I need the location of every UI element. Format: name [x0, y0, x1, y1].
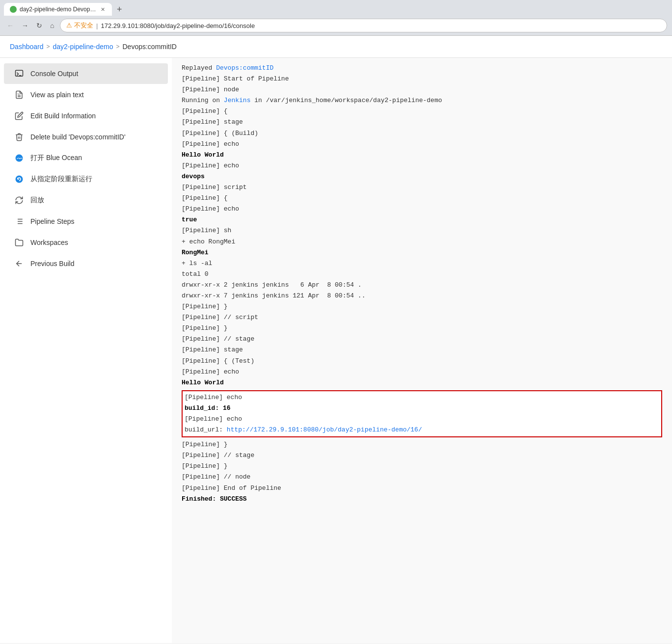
home-button[interactable]: ⌂ [48, 21, 56, 30]
edit-icon [14, 110, 25, 121]
previous-build-label: Previous Build [30, 260, 75, 268]
console-line: [Pipeline] { [182, 193, 662, 204]
console-line: [Pipeline] // stage [182, 334, 662, 345]
console-line: total 0 [182, 269, 662, 280]
delete-build-label: Delete build 'Devops:commitID' [30, 133, 126, 141]
console-line: build_url: http://172.29.9.101:8080/job/… [185, 425, 659, 435]
console-line: build_id: 16 [185, 403, 659, 414]
address-bar: ← → ↻ ⌂ ⚠ 不安全 | 172.29.9.101:8080/job/da… [0, 16, 672, 35]
blue-ocean-icon [14, 153, 25, 163]
replay-label: 回放 [30, 196, 44, 205]
pipeline-steps-label: Pipeline Steps [30, 217, 75, 225]
page-container: Dashboard > day2-pipeline-demo > Devops:… [0, 36, 672, 643]
active-tab[interactable]: day2-pipeline-demo Devops:c... ✕ [4, 3, 112, 16]
console-line: [Pipeline] } [182, 461, 662, 472]
replay-icon [14, 195, 25, 206]
tab-bar: day2-pipeline-demo Devops:c... ✕ + [0, 0, 672, 16]
console-line: [Pipeline] echo [185, 414, 659, 425]
console-line: [Pipeline] } [182, 301, 662, 312]
console-line: drwxr-xr-x 7 jenkins jenkins 121 Apr 8 0… [182, 291, 662, 301]
console-line: [Pipeline] // node [182, 472, 662, 483]
sidebar: Console Output View as plain text [0, 58, 172, 643]
sidebar-item-view-plain-text[interactable]: View as plain text [4, 84, 168, 105]
console-line: [Pipeline] sh [182, 225, 662, 236]
console-line: [Pipeline] echo [182, 139, 662, 150]
security-warning: ⚠ 不安全 [66, 21, 93, 30]
folder-icon [14, 237, 25, 248]
url-separator: | [96, 22, 98, 29]
browser-chrome: day2-pipeline-demo Devops:c... ✕ + ← → ↻… [0, 0, 672, 36]
breadcrumb-sep-2: > [116, 43, 119, 50]
tab-close-button[interactable]: ✕ [100, 6, 106, 13]
sidebar-item-previous-build[interactable]: Previous Build [4, 253, 168, 274]
console-line: [Pipeline] } [182, 439, 662, 450]
list-icon [14, 216, 25, 227]
blue-ocean-label: 打开 Blue Ocean [30, 154, 82, 162]
new-tab-button[interactable]: + [114, 4, 125, 15]
breadcrumb-sep-1: > [47, 43, 50, 50]
console-line: + ls -al [182, 258, 662, 269]
file-text-icon [14, 89, 25, 100]
url-text: 172.29.9.101:8080/job/day2-pipeline-demo… [101, 22, 255, 29]
console-line: devops [182, 171, 662, 182]
console-output-label: Console Output [30, 70, 78, 78]
console-line: [Pipeline] node [182, 84, 662, 95]
url-bar[interactable]: ⚠ 不安全 | 172.29.9.101:8080/job/day2-pipel… [60, 19, 667, 32]
sidebar-item-workspaces[interactable]: Workspaces [4, 232, 168, 253]
console-line: [Pipeline] // stage [182, 450, 662, 461]
restart-stage-label: 从指定阶段重新运行 [30, 175, 92, 184]
main-layout: Console Output View as plain text [0, 58, 672, 643]
forward-button[interactable]: → [20, 21, 30, 30]
reload-button[interactable]: ↻ [34, 21, 44, 30]
sidebar-item-replay[interactable]: 回放 [4, 190, 168, 211]
workspaces-label: Workspaces [30, 239, 68, 246]
view-plain-text-label: View as plain text [30, 91, 84, 99]
console-line: Running on Jenkins in /var/jenkins_home/… [182, 95, 662, 106]
sidebar-item-pipeline-steps[interactable]: Pipeline Steps [4, 211, 168, 232]
console-line: [Pipeline] stage [182, 345, 662, 355]
console-line: [Pipeline] echo [185, 392, 659, 403]
sidebar-item-blue-ocean[interactable]: 打开 Blue Ocean [4, 148, 168, 168]
back-button[interactable]: ← [5, 21, 16, 30]
console-line: + echo RongMei [182, 237, 662, 247]
console-line: Replayed Devops:commitID [182, 63, 662, 74]
sidebar-item-edit-build-info[interactable]: Edit Build Information [4, 106, 168, 126]
console-line: [Pipeline] { (Build) [182, 128, 662, 139]
sidebar-item-delete-build[interactable]: Delete build 'Devops:commitID' [4, 127, 168, 147]
console-line: [Pipeline] Start of Pipeline [182, 74, 662, 84]
tab-title: day2-pipeline-demo Devops:c... [20, 6, 97, 13]
jenkins-link[interactable]: Jenkins [224, 97, 251, 104]
console-line: true [182, 215, 662, 225]
console-line: [Pipeline] { [182, 106, 662, 117]
console-line: [Pipeline] echo [182, 204, 662, 215]
highlighted-console-block: [Pipeline] echo build_id: 16 [Pipeline] … [182, 390, 662, 437]
sidebar-item-console-output[interactable]: Console Output [4, 63, 168, 84]
breadcrumb-current: Devops:commitID [123, 43, 177, 51]
sidebar-item-restart-stage[interactable]: 从指定阶段重新运行 [4, 169, 168, 189]
console-line: RongMei [182, 247, 662, 258]
restart-icon [14, 174, 25, 185]
console-line: [Pipeline] End of Pipeline [182, 483, 662, 494]
build-url-link[interactable]: http://172.29.9.101:8080/job/day2-pipeli… [227, 426, 422, 433]
breadcrumb-pipeline[interactable]: day2-pipeline-demo [53, 43, 113, 51]
console-line: drwxr-xr-x 2 jenkins jenkins 6 Apr 8 00:… [182, 280, 662, 291]
console-output-area: Replayed Devops:commitID [Pipeline] Star… [172, 58, 672, 643]
console-line: [Pipeline] } [182, 323, 662, 334]
breadcrumb-dashboard[interactable]: Dashboard [10, 43, 44, 51]
arrow-left-icon [14, 258, 25, 269]
console-line: [Pipeline] stage [182, 117, 662, 128]
devops-commitid-link[interactable]: Devops:commitID [216, 64, 273, 72]
console-line: [Pipeline] echo [182, 161, 662, 171]
console-line-finished: Finished: SUCCESS [182, 494, 662, 505]
console-line: [Pipeline] echo [182, 367, 662, 377]
terminal-icon [14, 68, 25, 79]
console-line: Hello World [182, 150, 662, 161]
breadcrumb: Dashboard > day2-pipeline-demo > Devops:… [0, 36, 672, 58]
console-line: Hello World [182, 377, 662, 388]
edit-build-info-label: Edit Build Information [30, 112, 96, 120]
console-line: [Pipeline] // script [182, 312, 662, 323]
tab-favicon [10, 6, 17, 13]
trash-icon [14, 132, 25, 142]
console-line: [Pipeline] script [182, 182, 662, 193]
console-line: [Pipeline] { (Test) [182, 356, 662, 367]
